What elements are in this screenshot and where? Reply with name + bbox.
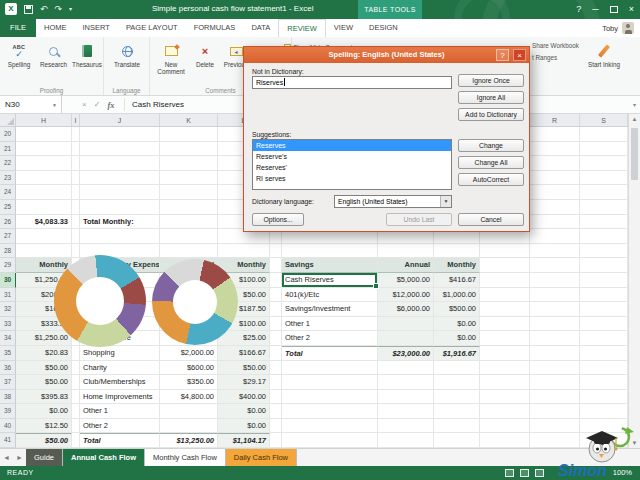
cell-O29[interactable]: Annual xyxy=(378,258,434,273)
sheet-nav-left-icon[interactable]: ◄ xyxy=(0,449,13,466)
share-workbook-button[interactable]: Share Workbook xyxy=(532,42,579,49)
ignore-once-button[interactable]: Ignore Once xyxy=(458,74,524,87)
cell-H27[interactable] xyxy=(16,229,72,244)
spelling-button[interactable]: ABC ✓ Spelling xyxy=(2,39,36,89)
row-header-32[interactable]: 32 xyxy=(0,302,16,317)
cell-Q41[interactable] xyxy=(480,433,530,448)
cell-I37[interactable] xyxy=(72,375,80,390)
row-header-34[interactable]: 34 xyxy=(0,331,16,346)
column-header-R[interactable]: R xyxy=(530,114,580,126)
dialog-title-bar[interactable]: Spelling: English (United States) ? × xyxy=(244,47,529,63)
cell-S25[interactable] xyxy=(580,200,628,215)
cell-S27[interactable] xyxy=(580,229,628,244)
cell-N34[interactable]: Other 2 xyxy=(282,331,378,346)
cell-L40[interactable]: $0.00 xyxy=(218,419,270,434)
insert-function-icon[interactable]: fx xyxy=(107,100,114,110)
cell-Q36[interactable] xyxy=(480,361,530,376)
cell-R32[interactable] xyxy=(530,302,580,317)
change-button[interactable]: Change xyxy=(458,139,524,152)
cell-H21[interactable] xyxy=(16,142,72,157)
cell-I40[interactable] xyxy=(72,419,80,434)
select-all-corner[interactable] xyxy=(0,114,16,126)
sheet-tab-annual-cash-flow[interactable]: Annual Cash Flow xyxy=(63,449,145,466)
cell-R36[interactable] xyxy=(530,361,580,376)
cell-H40[interactable]: $12.50 xyxy=(16,419,72,434)
cell-H24[interactable] xyxy=(16,185,72,200)
cell-Q28[interactable] xyxy=(480,244,530,259)
cell-K24[interactable] xyxy=(160,185,218,200)
user-chip[interactable]: Toby xyxy=(602,19,640,37)
cell-K35[interactable]: $2,000.00 xyxy=(160,346,218,361)
cell-O33[interactable] xyxy=(378,317,434,332)
dictionary-language-select[interactable]: English (United States) ▼ xyxy=(334,195,452,208)
cell-H36[interactable]: $50.00 xyxy=(16,361,72,376)
row-header-26[interactable]: 26 xyxy=(0,215,16,230)
cell-N32[interactable]: Savings/Investment xyxy=(282,302,378,317)
help-icon[interactable]: ? xyxy=(576,3,581,15)
cell-J35[interactable]: Shopping xyxy=(80,346,160,361)
tab-formulas[interactable]: FORMULAS xyxy=(186,19,244,37)
cell-R39[interactable] xyxy=(530,404,580,419)
cell-O30[interactable]: $5,000.00 xyxy=(378,273,434,288)
cell-N35[interactable]: Total xyxy=(282,346,378,361)
cell-H35[interactable]: $20.83 xyxy=(16,346,72,361)
cell-O41[interactable] xyxy=(378,433,434,448)
column-header-H[interactable]: H xyxy=(16,114,72,126)
cell-J27[interactable] xyxy=(80,229,160,244)
row-header-29[interactable]: 29 xyxy=(0,258,16,273)
cell-H34[interactable]: $1,250.00 xyxy=(16,331,72,346)
tab-home[interactable]: HOME xyxy=(36,19,75,37)
row-header-36[interactable]: 36 xyxy=(0,361,16,376)
not-in-dictionary-input[interactable]: Riserves xyxy=(252,76,452,89)
cell-K23[interactable] xyxy=(160,171,218,186)
cell-I23[interactable] xyxy=(72,171,80,186)
cell-R31[interactable] xyxy=(530,288,580,303)
column-header-I[interactable]: I xyxy=(72,114,80,126)
suggestion-item[interactable]: Reserves xyxy=(253,140,451,151)
cell-N36[interactable] xyxy=(282,361,378,376)
row-header-39[interactable]: 39 xyxy=(0,404,16,419)
edit-ranges-button[interactable]: t Ranges xyxy=(532,54,557,61)
cell-H28[interactable] xyxy=(16,244,72,259)
cell-J20[interactable] xyxy=(80,127,160,142)
suggestions-listbox[interactable]: Reserves Reserve's Reserves' RI serves xyxy=(252,139,452,190)
cell-H41[interactable]: $50.00 xyxy=(16,433,72,448)
donut-chart-1[interactable] xyxy=(54,255,146,347)
cell-S32[interactable] xyxy=(580,302,628,317)
cell-S34[interactable] xyxy=(580,331,628,346)
cell-Q35[interactable] xyxy=(480,346,530,361)
cell-O40[interactable] xyxy=(378,419,434,434)
cell-H26[interactable]: $4,083.33 xyxy=(16,215,72,230)
cell-S37[interactable] xyxy=(580,375,628,390)
cell-S36[interactable] xyxy=(580,361,628,376)
new-comment-button[interactable]: New Comment xyxy=(152,39,190,89)
cell-I28[interactable] xyxy=(72,244,80,259)
cell-K41[interactable]: $13,250.00 xyxy=(160,433,218,448)
cell-L37[interactable]: $29.17 xyxy=(218,375,270,390)
cell-L36[interactable]: $50.00 xyxy=(218,361,270,376)
name-box-dropdown-icon[interactable]: ▼ xyxy=(52,102,57,108)
cell-I26[interactable] xyxy=(72,215,80,230)
excel-logo-icon[interactable]: X xyxy=(5,3,17,15)
cancel-button[interactable]: Cancel xyxy=(458,213,524,226)
cell-N37[interactable] xyxy=(282,375,378,390)
cell-K26[interactable] xyxy=(160,215,218,230)
cell-H20[interactable] xyxy=(16,127,72,142)
cell-P40[interactable] xyxy=(434,419,480,434)
cell-Q34[interactable] xyxy=(480,331,530,346)
tab-view[interactable]: VIEW xyxy=(326,19,361,37)
undo-icon[interactable]: ↶ xyxy=(40,3,48,15)
dialog-help-icon[interactable]: ? xyxy=(496,49,509,61)
autocorrect-button[interactable]: AutoCorrect xyxy=(458,173,524,186)
cell-M40[interactable] xyxy=(270,419,282,434)
cell-M41[interactable] xyxy=(270,433,282,448)
sheet-nav-right-icon[interactable]: ► xyxy=(13,449,26,466)
column-header-J[interactable]: J xyxy=(80,114,160,126)
cell-J37[interactable]: Club/Memberships xyxy=(80,375,160,390)
cell-R30[interactable] xyxy=(530,273,580,288)
cell-Q32[interactable] xyxy=(480,302,530,317)
cell-H23[interactable] xyxy=(16,171,72,186)
suggestion-item[interactable]: Reserves' xyxy=(253,162,451,173)
redo-icon[interactable]: ↷ xyxy=(55,3,63,15)
dialog-close-icon[interactable]: × xyxy=(513,49,526,61)
